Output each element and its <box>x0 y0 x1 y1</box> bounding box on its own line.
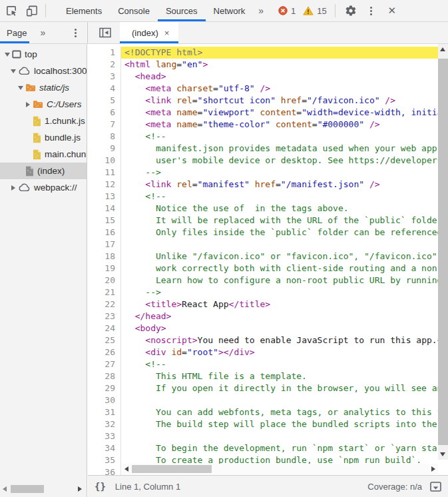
line-number[interactable]: 32 <box>88 418 121 430</box>
line-number[interactable]: 14 <box>88 203 121 215</box>
tab-index-label: (index) <box>132 28 158 38</box>
close-devtools-button[interactable]: ✕ <box>383 2 401 19</box>
line-number[interactable]: 31 <box>88 406 121 418</box>
line-number[interactable]: 28 <box>88 370 121 382</box>
code-text: If you open it directly in the browser, … <box>121 382 438 394</box>
line-number[interactable]: 2 <box>88 59 121 71</box>
line-number[interactable]: 16 <box>88 227 121 239</box>
tab-index-file[interactable]: (index) × <box>120 22 178 43</box>
scroll-down-icon[interactable] <box>440 452 445 456</box>
tab-console[interactable]: Console <box>110 0 158 21</box>
device-toolbar-button[interactable] <box>23 2 41 19</box>
tab-page[interactable]: Page <box>0 22 35 43</box>
tab-sources[interactable]: Sources <box>158 0 206 21</box>
tree-item-1-chunk-js[interactable]: 1.chunk.js <box>0 113 87 129</box>
line-number[interactable]: 27 <box>88 358 121 370</box>
collapsed-arrow-icon[interactable] <box>23 102 32 107</box>
code-text: You can add webfonts, meta tags, or anal… <box>121 406 438 418</box>
code-line: 30 <box>88 394 448 406</box>
pretty-print-button[interactable]: {} <box>95 481 106 492</box>
tree-item-localhost-3000[interactable]: localhost:3000 <box>0 63 87 79</box>
settings-button[interactable] <box>341 2 360 19</box>
tree-item-main-chunk-js[interactable]: main.chunk.js <box>0 146 87 163</box>
collapsed-arrow-icon[interactable] <box>9 185 17 191</box>
drawer-toggle-icon[interactable] <box>430 482 441 492</box>
line-number[interactable]: 36 <box>88 466 121 475</box>
code-text: To begin the development, run `npm start… <box>121 442 438 454</box>
inspect-element-button[interactable] <box>2 2 21 19</box>
line-number[interactable]: 30 <box>88 394 121 406</box>
code-text: <head> <box>121 71 438 83</box>
issue-badges[interactable]: 1 15 <box>278 6 331 16</box>
line-number[interactable]: 34 <box>88 442 121 454</box>
scroll-right-icon[interactable] <box>431 466 435 472</box>
line-number[interactable]: 22 <box>88 298 121 310</box>
line-number[interactable]: 26 <box>88 346 121 358</box>
inspect-cursor-icon <box>5 5 18 17</box>
sidebar-horizontal-scrollbar[interactable] <box>0 484 86 494</box>
line-number[interactable]: 25 <box>88 334 121 346</box>
line-number[interactable]: 6 <box>88 107 121 119</box>
line-number[interactable]: 29 <box>88 382 121 394</box>
main-toolbar: ElementsConsoleSourcesNetwork » 1 15 <box>0 0 448 22</box>
editor-horizontal-scrollbar[interactable] <box>122 464 438 474</box>
code-line: 10 user's mobile device or desktop. See … <box>88 155 448 167</box>
line-number[interactable]: 4 <box>88 83 121 95</box>
expanded-arrow-icon[interactable] <box>9 69 17 73</box>
line-number[interactable]: 11 <box>88 167 121 179</box>
tab-elements[interactable]: Elements <box>58 0 110 21</box>
line-number[interactable]: 33 <box>88 430 121 442</box>
line-number[interactable]: 7 <box>88 119 121 131</box>
horizontal-scroll-thumb[interactable] <box>132 465 212 473</box>
tree-item-index[interactable]: (index) <box>0 163 87 179</box>
tree-item-webpack[interactable]: webpack:// <box>0 179 87 196</box>
expanded-arrow-icon[interactable] <box>16 86 25 90</box>
tree-item-top[interactable]: top <box>0 46 87 63</box>
line-number[interactable]: 3 <box>88 71 121 83</box>
more-panels-button[interactable]: » <box>253 0 269 21</box>
tab-close-icon[interactable]: × <box>164 28 170 38</box>
code-line: 29 If you open it directly in the browse… <box>88 382 448 394</box>
line-number[interactable]: 5 <box>88 95 121 107</box>
line-number[interactable]: 23 <box>88 310 121 322</box>
line-number[interactable]: 18 <box>88 250 121 262</box>
code-line: 25 <noscript>You need to enable JavaScri… <box>88 334 448 346</box>
line-number[interactable]: 20 <box>88 274 121 286</box>
tree-item-bundle-js[interactable]: bundle.js <box>0 129 87 146</box>
hide-navigator-button[interactable] <box>96 24 114 41</box>
sidebar-scroll-thumb[interactable] <box>11 485 44 493</box>
line-number[interactable]: 19 <box>88 262 121 274</box>
line-number[interactable]: 15 <box>88 215 121 227</box>
code-text: --> <box>121 286 438 298</box>
navigator-menu-button[interactable] <box>66 24 85 41</box>
tab-network[interactable]: Network <box>206 0 254 21</box>
code-line: 6 <meta name="viewport" content="width=d… <box>88 107 448 119</box>
tree-item-c-users[interactable]: C:/Users <box>0 96 87 113</box>
vertical-scroll-thumb[interactable] <box>438 59 448 445</box>
tree-item-static-js[interactable]: static/js <box>0 79 87 96</box>
line-number[interactable]: 17 <box>88 239 121 250</box>
file-icon <box>33 116 41 127</box>
scroll-up-icon[interactable] <box>440 47 445 51</box>
line-number[interactable]: 24 <box>88 322 121 334</box>
devtools-menu-button[interactable] <box>362 2 381 19</box>
scroll-left-icon[interactable] <box>124 466 128 472</box>
line-number[interactable]: 35 <box>88 454 121 466</box>
scroll-left-icon[interactable] <box>3 486 7 492</box>
line-number[interactable]: 13 <box>88 191 121 203</box>
code-text: <div id="root"></div> <box>121 346 438 358</box>
code-text: <!-- <box>121 191 438 203</box>
tree-item-label: top <box>25 49 37 59</box>
line-number[interactable]: 1 <box>88 47 121 59</box>
expanded-arrow-icon[interactable] <box>3 53 11 57</box>
editor-vertical-scrollbar[interactable] <box>438 44 448 460</box>
line-number[interactable]: 12 <box>88 179 121 191</box>
more-navigator-tabs-button[interactable]: » <box>35 22 51 43</box>
line-number[interactable]: 10 <box>88 155 121 167</box>
line-number[interactable]: 9 <box>88 143 121 155</box>
warning-icon <box>303 6 314 15</box>
line-number[interactable]: 8 <box>88 131 121 143</box>
line-number[interactable]: 21 <box>88 286 121 298</box>
scroll-right-icon[interactable] <box>78 486 82 492</box>
folder-icon <box>33 100 43 109</box>
